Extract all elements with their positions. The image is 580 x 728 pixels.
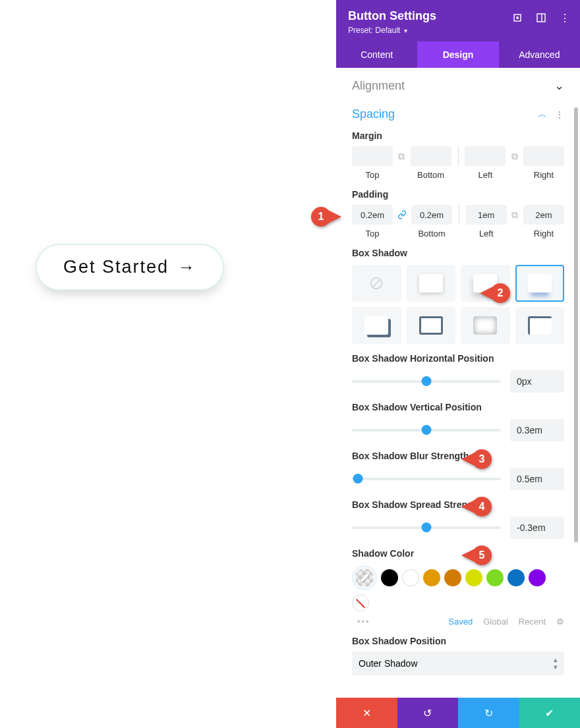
color-tab-recent[interactable]: Recent — [519, 617, 546, 627]
shadow-horizontal-value[interactable]: 0px — [510, 370, 564, 393]
preview-area: Get Started → — [0, 0, 336, 728]
shadow-preset-6[interactable] — [461, 307, 510, 344]
svg-point-1 — [517, 17, 518, 18]
margin-left-sub: Left — [478, 170, 493, 180]
shadow-preset-1[interactable] — [407, 265, 456, 302]
shadow-presets — [352, 265, 564, 344]
padding-left-input[interactable] — [466, 205, 507, 225]
margin-top-input[interactable] — [352, 146, 393, 166]
swatch-yellow[interactable] — [465, 569, 482, 586]
padding-top-sub: Top — [366, 229, 380, 238]
callout-5-label: 5 — [472, 546, 492, 565]
chevron-up-icon[interactable]: ︿ — [538, 109, 547, 121]
callout-4-label: 4 — [472, 497, 492, 517]
shadow-color-label: Shadow Color — [352, 548, 564, 559]
shadow-spread-group: Box Shadow Spread Strength -0.3em — [352, 499, 564, 539]
swatch-black[interactable] — [381, 569, 398, 586]
margin-top-sub: Top — [366, 170, 380, 180]
section-alignment-title: Alignment — [352, 79, 405, 93]
callout-1: 1 — [311, 207, 341, 227]
cancel-button[interactable]: ✕ — [336, 698, 397, 728]
eyedropper-swatch[interactable] — [352, 565, 377, 590]
shadow-preset-4[interactable] — [352, 307, 401, 344]
shadow-vertical-label: Box Shadow Vertical Position — [352, 402, 564, 412]
padding-left-sub: Left — [479, 229, 494, 238]
color-tab-global[interactable]: Global — [483, 617, 508, 627]
padding-tb-link-icon[interactable] — [397, 205, 407, 225]
shadow-spread-label: Box Shadow Spread Strength — [352, 499, 564, 510]
shadow-preset-5[interactable] — [407, 307, 456, 344]
divider — [458, 146, 459, 166]
margin-bottom-input[interactable] — [411, 146, 451, 166]
panel-header: Button Settings Preset: Default ▾ ⋮ — [336, 0, 580, 42]
shadow-horizontal-slider[interactable] — [352, 376, 501, 387]
margin-right-input[interactable] — [523, 146, 564, 166]
panel-body: Alignment ⌄ Spacing ︿ ⋮ Margin Top — [336, 68, 580, 698]
shadow-position-select[interactable]: Outer Shadow ▴▾ — [352, 652, 564, 675]
swatch-transparent[interactable] — [352, 594, 369, 611]
margin-lr-link-icon[interactable]: ⧉ — [509, 146, 519, 166]
redo-button[interactable]: ↻ — [458, 698, 519, 728]
tab-content[interactable]: Content — [336, 42, 417, 68]
swatch-purple[interactable] — [529, 569, 546, 586]
section-alignment[interactable]: Alignment ⌄ — [349, 68, 567, 101]
more-menu-icon[interactable]: ⋮ — [559, 12, 571, 24]
box-shadow-label: Box Shadow — [352, 248, 564, 258]
callout-2-label: 2 — [490, 283, 510, 303]
arrow-right-icon: → — [178, 257, 196, 277]
tab-advanced[interactable]: Advanced — [499, 42, 580, 68]
padding-bottom-input[interactable] — [411, 205, 452, 225]
swatch-blue[interactable] — [508, 569, 525, 586]
panel-tabs: Content Design Advanced — [336, 42, 580, 68]
undo-button[interactable]: ↺ — [397, 698, 459, 728]
swatch-dark-orange[interactable] — [444, 569, 461, 586]
margin-label: Margin — [352, 130, 564, 141]
color-swatches — [352, 565, 564, 611]
expand-icon[interactable] — [511, 12, 523, 24]
margin-left-input[interactable] — [465, 146, 506, 166]
preset-selector[interactable]: Preset: Default ▾ — [348, 26, 568, 35]
shadow-blur-value[interactable]: 0.5em — [510, 468, 564, 490]
shadow-blur-label: Box Shadow Blur Strength — [352, 451, 564, 461]
save-button[interactable]: ✔ — [519, 698, 581, 728]
shadow-position-label: Box Shadow Position — [352, 636, 564, 646]
header-icons: ⋮ — [511, 12, 571, 24]
padding-lr-link-icon[interactable]: ⧉ — [511, 205, 519, 225]
drag-handle-icon[interactable]: ••• — [357, 617, 370, 627]
gear-icon[interactable]: ⚙ — [556, 617, 564, 627]
svg-line-5 — [372, 279, 381, 288]
section-spacing-header[interactable]: Spacing ︿ ⋮ — [352, 107, 564, 121]
swatch-green[interactable] — [486, 569, 504, 586]
shadow-spread-value[interactable]: -0.3em — [510, 517, 564, 539]
shadow-vertical-group: Box Shadow Vertical Position 0.3em — [352, 402, 564, 441]
select-updown-icon: ▴▾ — [554, 656, 558, 671]
section-more-icon[interactable]: ⋮ — [555, 109, 564, 120]
callout-2: 2 — [480, 283, 510, 303]
margin-tb-link-icon[interactable]: ⧉ — [397, 146, 407, 166]
color-tab-saved[interactable]: Saved — [448, 617, 473, 627]
section-spacing: Spacing ︿ ⋮ Margin Top ⧉ Botto — [349, 101, 567, 678]
shadow-preset-7[interactable] — [515, 307, 565, 344]
shadow-preset-3[interactable] — [515, 265, 565, 302]
swatch-white[interactable] — [402, 569, 419, 586]
preview-get-started-button[interactable]: Get Started → — [36, 244, 224, 291]
scrollbar[interactable] — [574, 107, 578, 542]
color-tabs: ••• Saved Global Recent ⚙ — [352, 617, 564, 627]
tab-design[interactable]: Design — [417, 42, 498, 68]
shadow-blur-slider[interactable] — [352, 473, 501, 485]
padding-right-input[interactable] — [523, 205, 564, 225]
shadow-horizontal-label: Box Shadow Horizontal Position — [352, 353, 564, 364]
chevron-down-icon: ⌄ — [554, 78, 564, 93]
callout-3-label: 3 — [472, 449, 492, 469]
shadow-spread-slider[interactable] — [352, 522, 501, 534]
preset-value: Default — [375, 26, 400, 35]
callout-5: 5 — [461, 546, 492, 565]
shadow-vertical-value[interactable]: 0.3em — [510, 419, 564, 441]
padding-top-input[interactable] — [352, 205, 393, 225]
swatch-orange[interactable] — [423, 569, 440, 586]
shadow-preset-none[interactable] — [352, 265, 401, 302]
panel-layout-icon[interactable] — [535, 12, 547, 24]
box-shadow-group: Box Shadow — [352, 248, 564, 344]
caret-down-icon: ▾ — [404, 27, 407, 34]
shadow-vertical-slider[interactable] — [352, 424, 501, 436]
